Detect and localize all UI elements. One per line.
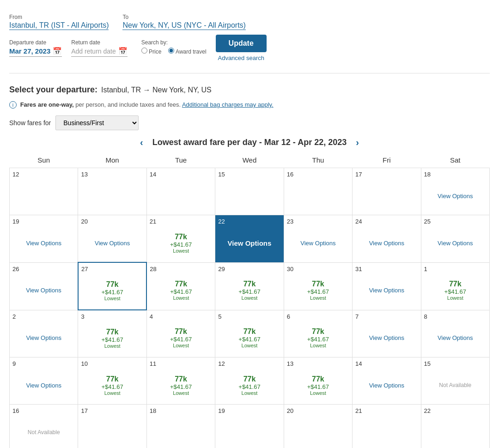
calendar-cell[interactable]: 2View Options [10, 310, 78, 357]
cell-day-number: 27 [81, 266, 143, 272]
fare-price: +$41.67 [238, 288, 260, 295]
route-row: From Istanbul, TR (IST - All Airports) T… [9, 14, 490, 30]
fare-points: 77k [449, 280, 462, 288]
price-radio[interactable] [141, 48, 147, 54]
cell-inner: 77k+$41.67Lowest [81, 322, 143, 354]
calendar-cell[interactable]: 677k+$41.67Lowest [284, 310, 352, 357]
fare-points: 77k [243, 327, 256, 336]
view-options-link[interactable]: View Options [438, 193, 473, 200]
cell-day-number: 22 [424, 407, 487, 414]
view-options-link[interactable]: View Options [26, 240, 61, 247]
cell-inner: 77k+$41.67Lowest [218, 322, 280, 354]
cell-day-number: 13 [81, 171, 143, 178]
advanced-search-link[interactable]: Advanced search [218, 54, 264, 61]
view-options-link[interactable]: View Options [26, 287, 61, 294]
cell-day-number: 14 [150, 171, 212, 178]
calendar-cell[interactable]: 20View Options [78, 215, 146, 263]
view-options-link[interactable]: View Options [369, 382, 404, 389]
from-airport-link[interactable]: Istanbul, TR (IST - All Airports) [9, 21, 109, 30]
departure-calendar-icon[interactable]: 📅 [53, 47, 62, 55]
cell-day-number: 16 [12, 407, 75, 414]
fare-tag: Lowest [173, 390, 189, 396]
view-options-link[interactable]: View Options [26, 382, 61, 389]
cell-inner: 77k+$41.67Lowest [150, 274, 212, 307]
fare-class-select[interactable]: Business/First [55, 115, 139, 130]
calendar-cell[interactable]: 2977k+$41.67Lowest [215, 262, 284, 310]
fare-price: +$41.67 [101, 289, 123, 296]
cell-inner: View Options [12, 322, 75, 354]
calendar-cell[interactable]: 1277k+$41.67Lowest [215, 357, 284, 405]
calendar-day-header: Fri [353, 152, 421, 168]
calendar-cell[interactable]: 2777k+$41.67Lowest [78, 262, 146, 310]
calendar-cell[interactable]: 26View Options [10, 262, 78, 310]
calendar-cell[interactable]: 22View Options [215, 215, 284, 263]
calendar-cell: 13 [78, 168, 146, 215]
cell-inner: 77k+$41.67Lowest [218, 369, 280, 401]
calendar-cell[interactable]: 31View Options [353, 262, 421, 310]
update-button[interactable]: Update [216, 35, 267, 52]
cell-inner: View Options [218, 227, 280, 259]
calendar-cell[interactable]: 577k+$41.67Lowest [215, 310, 284, 357]
calendar-cell[interactable]: 9View Options [10, 357, 78, 405]
calendar-cell[interactable]: 2877k+$41.67Lowest [146, 262, 215, 310]
view-options-link[interactable]: View Options [26, 334, 61, 341]
return-calendar-icon[interactable]: 📅 [118, 47, 128, 55]
departure-col: Departure date Mar 27, 2023 📅 [9, 39, 62, 57]
calendar-cell: 19 [215, 405, 284, 448]
calendar-cell[interactable]: 1377k+$41.67Lowest [284, 357, 352, 405]
fare-price: +$41.67 [444, 288, 466, 295]
calendar-cell[interactable]: 3077k+$41.67Lowest [284, 262, 352, 310]
fares-note: i Fares are one-way, per person, and inc… [9, 101, 490, 109]
cell-inner: 77k+$41.67Lowest [81, 274, 143, 307]
cell-inner: 77k+$41.67Lowest [150, 322, 212, 354]
calendar-title: Lowest award fare per day - Mar 12 - Apr… [152, 138, 347, 147]
view-options-link[interactable]: View Options [369, 240, 404, 247]
view-options-link[interactable]: View Options [438, 334, 473, 341]
fare-points: 77k [243, 375, 256, 383]
calendar-cell[interactable]: 14View Options [353, 357, 421, 405]
to-airport-link[interactable]: New York, NY, US (NYC - All Airports) [122, 21, 245, 30]
calendar-body: 12131415161718View Options19View Options… [10, 168, 490, 448]
bag-charges-link[interactable]: Additional bag charges may apply. [182, 101, 274, 108]
view-options-link[interactable]: View Options [438, 240, 473, 247]
cell-inner: View Options [287, 227, 349, 259]
calendar-cell[interactable]: 25View Options [421, 215, 489, 263]
cell-day-number: 9 [12, 360, 75, 367]
calendar-cell[interactable]: 23View Options [284, 215, 352, 263]
cell-inner [150, 416, 212, 448]
calendar-cell[interactable]: 1177k+$41.67Lowest [146, 357, 215, 405]
award-radio-item[interactable]: Award travel [168, 48, 206, 55]
view-options-link[interactable]: View Options [369, 334, 404, 341]
calendar-cell[interactable]: 7View Options [353, 310, 421, 357]
cell-day-number: 17 [81, 407, 143, 414]
view-options-link[interactable]: View Options [369, 287, 404, 294]
price-radio-item[interactable]: Price [141, 48, 162, 55]
calendar-cell[interactable]: 377k+$41.67Lowest [78, 310, 146, 357]
return-col: Return date Add return date 📅 [71, 39, 128, 57]
calendar-cell[interactable]: 1077k+$41.67Lowest [78, 357, 146, 405]
calendar-cell[interactable]: 8View Options [421, 310, 489, 357]
calendar-cell[interactable]: 477k+$41.67Lowest [146, 310, 215, 357]
cell-inner: 77k+$41.67Lowest [287, 274, 349, 307]
calendar-cell[interactable]: 18View Options [421, 168, 489, 215]
calendar-day-header: Mon [78, 152, 146, 168]
calendar-cell[interactable]: 24View Options [353, 215, 421, 263]
calendar-cell[interactable]: 177k+$41.67Lowest [421, 262, 489, 310]
calendar-day-header: Wed [215, 152, 284, 168]
award-radio[interactable] [168, 48, 174, 54]
calendar-prev-button[interactable]: ‹ [140, 137, 143, 148]
cell-inner: 77k+$41.67Lowest [150, 227, 212, 259]
cell-inner: 77k+$41.67Lowest [287, 369, 349, 401]
fare-tag: Lowest [447, 295, 463, 301]
fare-points: 77k [175, 280, 187, 288]
calendar-cell[interactable]: 2177k+$41.67Lowest [146, 215, 215, 263]
calendar-next-button[interactable]: › [356, 137, 359, 148]
view-options-link[interactable]: View Options [95, 240, 130, 247]
view-options-link[interactable]: View Options [228, 239, 272, 247]
fare-price: +$41.67 [307, 288, 329, 295]
calendar-cell[interactable]: 19View Options [10, 215, 78, 263]
view-options-link[interactable]: View Options [300, 240, 335, 247]
cell-day-number: 2 [12, 313, 75, 320]
calendar-cell: 21 [353, 405, 421, 448]
search-by-label: Search by: [141, 39, 207, 46]
